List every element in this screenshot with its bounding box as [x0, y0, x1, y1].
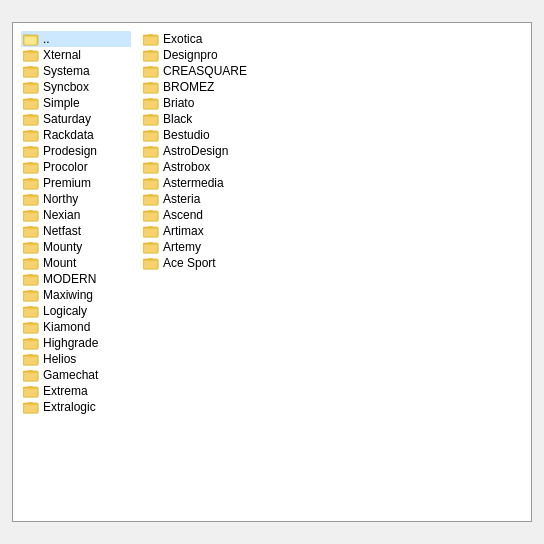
svg-rect-28 — [23, 244, 38, 253]
folder-icon — [23, 384, 39, 398]
svg-rect-34 — [23, 292, 38, 301]
folder-icon — [143, 144, 159, 158]
list-item[interactable]: Astermedia — [141, 175, 251, 191]
item-label: CREASQUARE — [163, 64, 247, 78]
folder-icon — [23, 224, 39, 238]
folder-icon — [23, 160, 39, 174]
list-item[interactable]: Astrobox — [141, 159, 251, 175]
list-item[interactable]: Bestudio — [141, 127, 251, 143]
svg-rect-2 — [24, 36, 37, 45]
folder-icon — [23, 208, 39, 222]
svg-rect-32 — [23, 276, 38, 285]
svg-rect-40 — [23, 340, 38, 349]
svg-rect-22 — [23, 196, 38, 205]
item-label: Northy — [43, 192, 78, 206]
item-label: Systema — [43, 64, 90, 78]
svg-rect-4 — [23, 52, 38, 61]
list-item[interactable]: Logicaly — [21, 303, 131, 319]
list-item[interactable]: Designpro — [141, 47, 251, 63]
svg-rect-76 — [143, 244, 158, 253]
folder-icon — [143, 160, 159, 174]
item-label: Premium — [43, 176, 91, 190]
list-item[interactable]: Syncbox — [21, 79, 131, 95]
item-label: Xternal — [43, 48, 81, 62]
folder-icon — [23, 128, 39, 142]
item-label: Logicaly — [43, 304, 87, 318]
list-item[interactable]: Extralogic — [21, 399, 131, 415]
list-item[interactable]: Mount — [21, 255, 131, 271]
item-label: Helios — [43, 352, 76, 366]
list-item[interactable]: Xternal — [21, 47, 131, 63]
folder-icon — [143, 208, 159, 222]
list-item[interactable]: Kiamond — [21, 319, 131, 335]
list-item[interactable]: Highgrade — [21, 335, 131, 351]
list-item[interactable]: AstroDesign — [141, 143, 251, 159]
list-item[interactable]: Artimax — [141, 223, 251, 239]
folder-icon — [143, 128, 159, 142]
file-list-content: .. Xternal Systema Syncbox Simple Saturd… — [21, 31, 523, 415]
folder-icon — [143, 48, 159, 62]
item-label: Bestudio — [163, 128, 210, 142]
item-label: MODERN — [43, 272, 96, 286]
item-label: Nexian — [43, 208, 80, 222]
list-item[interactable]: Rackdata — [21, 127, 131, 143]
list-item[interactable]: MODERN — [21, 271, 131, 287]
list-item[interactable]: Artemy — [141, 239, 251, 255]
svg-rect-30 — [23, 260, 38, 269]
list-item[interactable]: Exotica — [141, 31, 251, 47]
list-item[interactable]: .. — [21, 31, 131, 47]
folder-icon — [23, 112, 39, 126]
svg-rect-38 — [23, 324, 38, 333]
item-label: Exotica — [163, 32, 202, 46]
item-label: Astrobox — [163, 160, 210, 174]
list-item[interactable]: Black — [141, 111, 251, 127]
list-item[interactable]: Mounty — [21, 239, 131, 255]
list-item[interactable]: Netfast — [21, 223, 131, 239]
list-item[interactable]: Simple — [21, 95, 131, 111]
folder-icon — [143, 64, 159, 78]
folder-icon — [23, 96, 39, 110]
item-label: Mounty — [43, 240, 82, 254]
folder-icon — [23, 176, 39, 190]
list-item[interactable]: Nexian — [21, 207, 131, 223]
folder-icon — [23, 240, 39, 254]
svg-rect-64 — [143, 148, 158, 157]
item-label: Briato — [163, 96, 194, 110]
list-item[interactable]: Premium — [21, 175, 131, 191]
list-item[interactable]: Gamechat — [21, 367, 131, 383]
folder-icon — [23, 320, 39, 334]
svg-rect-14 — [23, 132, 38, 141]
item-label: AstroDesign — [163, 144, 228, 158]
svg-rect-78 — [143, 260, 158, 269]
svg-rect-36 — [23, 308, 38, 317]
svg-rect-60 — [143, 116, 158, 125]
svg-rect-16 — [23, 148, 38, 157]
list-item[interactable]: Procolor — [21, 159, 131, 175]
item-label: Gamechat — [43, 368, 98, 382]
list-item[interactable]: Helios — [21, 351, 131, 367]
list-item[interactable]: BROMEZ — [141, 79, 251, 95]
list-item[interactable]: Northy — [21, 191, 131, 207]
list-item[interactable]: CREASQUARE — [141, 63, 251, 79]
svg-rect-24 — [23, 212, 38, 221]
item-label: Extralogic — [43, 400, 96, 414]
folder-icon — [23, 64, 39, 78]
list-item[interactable]: Saturday — [21, 111, 131, 127]
list-item[interactable]: Systema — [21, 63, 131, 79]
list-item[interactable]: Briato — [141, 95, 251, 111]
list-item[interactable]: Ace Sport — [141, 255, 251, 271]
svg-rect-72 — [143, 212, 158, 221]
svg-rect-66 — [143, 164, 158, 173]
list-item[interactable]: Prodesign — [21, 143, 131, 159]
svg-rect-52 — [143, 52, 158, 61]
list-item[interactable]: Ascend — [141, 207, 251, 223]
folder-icon — [23, 32, 39, 46]
folder-icon — [23, 48, 39, 62]
svg-rect-44 — [23, 372, 38, 381]
list-item[interactable]: Extrema — [21, 383, 131, 399]
folder-icon — [143, 80, 159, 94]
list-item[interactable]: Maxiwing — [21, 287, 131, 303]
list-item[interactable]: Asteria — [141, 191, 251, 207]
item-label: Ace Sport — [163, 256, 216, 270]
folder-icon — [23, 368, 39, 382]
